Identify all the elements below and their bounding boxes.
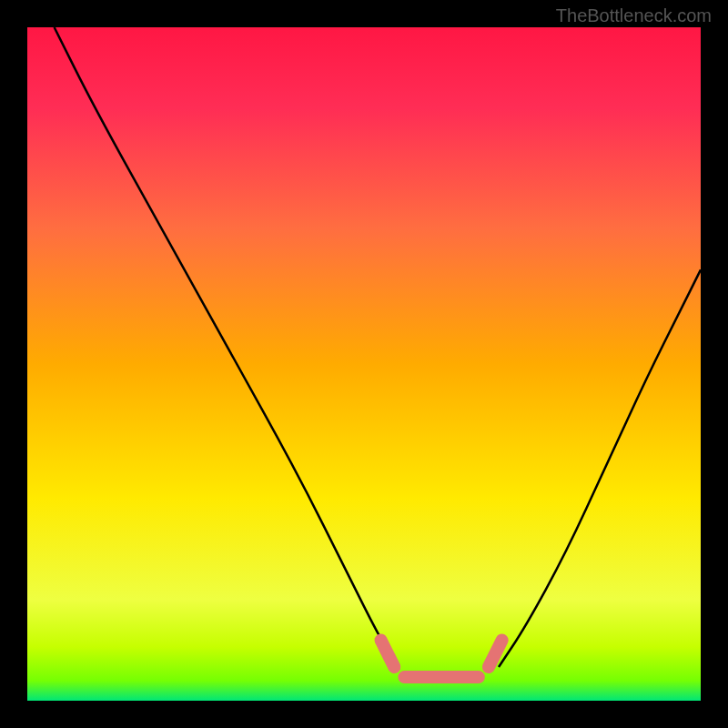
chart-plot-area <box>27 27 701 701</box>
chart-series-curve-left <box>55 27 398 667</box>
watermark-text: TheBottleneck.com <box>556 5 712 26</box>
chart-series-curve-right <box>499 269 701 667</box>
chart-marker-left-capsule-1 <box>381 640 395 667</box>
chart-lines-layer <box>27 27 701 701</box>
